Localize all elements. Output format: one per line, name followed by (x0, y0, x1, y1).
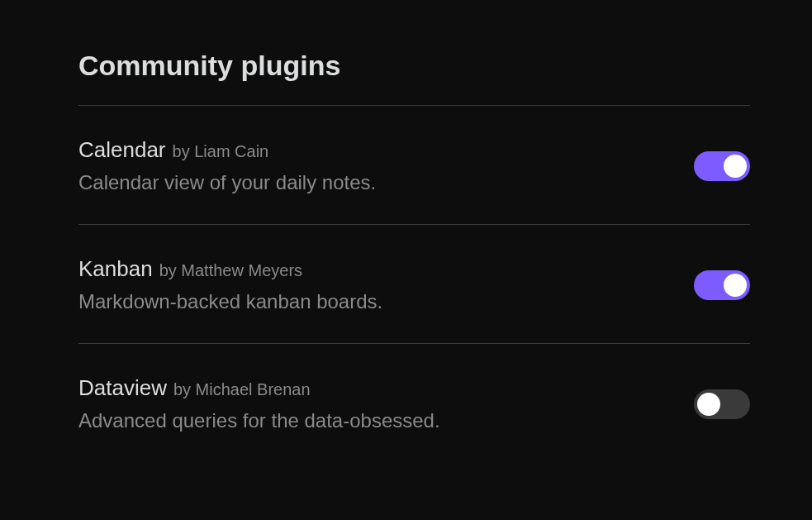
plugin-info: Dataviewby Michael Brenan Advanced queri… (78, 375, 694, 432)
plugin-info: Kanbanby Matthew Meyers Markdown-backed … (78, 256, 694, 313)
plugin-name: Calendarby Liam Cain (78, 137, 694, 163)
plugin-name-text: Calendar (78, 137, 166, 162)
plugin-name: Kanbanby Matthew Meyers (78, 256, 694, 282)
plugin-description: Calendar view of your daily notes. (78, 171, 694, 194)
plugin-author: by Matthew Meyers (159, 261, 302, 279)
plugin-row-calendar: Calendarby Liam Cain Calendar view of yo… (78, 106, 750, 224)
plugin-info: Calendarby Liam Cain Calendar view of yo… (78, 137, 694, 194)
plugin-name-text: Dataview (78, 375, 167, 400)
section-title: Community plugins (78, 50, 750, 82)
toggle-knob (724, 274, 747, 297)
plugin-author: by Michael Brenan (173, 380, 311, 398)
plugin-author: by Liam Cain (173, 142, 269, 160)
toggle-dataview[interactable] (694, 389, 750, 419)
plugin-description: Markdown-backed kanban boards. (78, 290, 694, 313)
toggle-knob (724, 155, 747, 178)
plugin-row-dataview: Dataviewby Michael Brenan Advanced queri… (78, 344, 750, 462)
toggle-knob (697, 393, 720, 416)
toggle-calendar[interactable] (694, 151, 750, 181)
toggle-kanban[interactable] (694, 270, 750, 300)
plugin-description: Advanced queries for the data-obsessed. (78, 409, 694, 432)
plugin-row-kanban: Kanbanby Matthew Meyers Markdown-backed … (78, 225, 750, 343)
plugin-name-text: Kanban (78, 256, 153, 281)
plugin-name: Dataviewby Michael Brenan (78, 375, 694, 401)
